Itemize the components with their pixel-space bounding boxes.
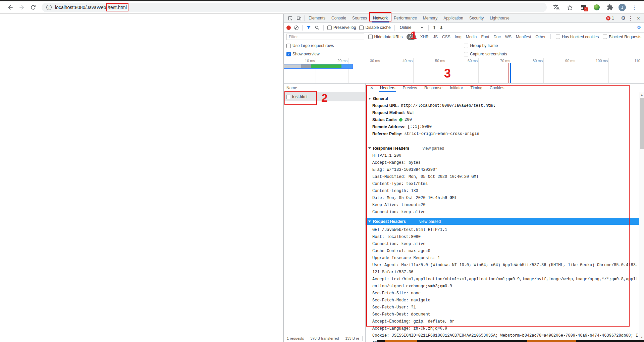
export-har-icon[interactable]: ⬇ <box>439 25 443 30</box>
console-error-badge[interactable]: ✕ 1 <box>606 16 614 20</box>
checkbox-icon <box>603 35 607 39</box>
resource-type-filter[interactable]: WS <box>505 35 512 39</box>
show-overview-checkbox[interactable]: Show overview <box>286 52 464 56</box>
throttling-dropdown[interactable]: Online 1 <box>398 25 425 30</box>
preserve-log-checkbox[interactable]: Preserve log <box>327 25 356 30</box>
resource-type-filter[interactable]: Manifest <box>516 35 531 39</box>
resource-type-filter[interactable]: JS <box>433 35 438 39</box>
blocked-requests-label: Blocked Requests <box>609 35 641 39</box>
devtools-settings-icon[interactable]: ⚙ <box>621 15 626 21</box>
idm-extension-icon[interactable] <box>592 3 602 12</box>
details-tab[interactable]: Initiator <box>446 84 467 92</box>
details-tab[interactable]: Preview <box>399 84 421 92</box>
raw-header-line: Content-Type: text/html <box>368 181 639 188</box>
forward-button[interactable] <box>16 3 28 12</box>
header-field-name: Referrer Policy: <box>372 132 402 136</box>
checkbox-icon <box>359 26 364 30</box>
raw-header-line: Keep-Alive: timeout=20 <box>368 202 639 209</box>
resource-type-filter[interactable]: Other <box>535 35 545 39</box>
has-blocked-cookies-checkbox[interactable]: Has blocked cookies <box>556 35 599 39</box>
response-headers-section-header[interactable]: Response Headers view parsed <box>368 145 639 152</box>
network-settings-gear-icon[interactable]: ⚙ <box>637 25 641 31</box>
page-info-icon[interactable]: i <box>46 5 52 10</box>
details-tab[interactable]: Timing <box>467 84 486 92</box>
response-headers-lines: HTTP/1.1 200Accept-Ranges: bytesETag: W/… <box>368 152 639 216</box>
general-section-header[interactable]: General <box>368 95 639 102</box>
throttling-value: Online <box>400 25 412 30</box>
browser-menu-icon[interactable]: ⋮ <box>629 3 639 12</box>
scroll-up-icon[interactable]: ▲ <box>639 92 644 97</box>
translate-icon[interactable] <box>551 3 561 12</box>
search-icon[interactable] <box>315 25 320 30</box>
general-fields: Request URL: http://localhost:8080/JavaW… <box>368 102 639 137</box>
disable-cache-label: Disable cache <box>365 25 390 30</box>
bookmark-star-icon[interactable] <box>565 3 575 12</box>
scroll-down-icon[interactable]: ▼ <box>639 335 644 340</box>
scrollbar-thumb[interactable] <box>640 98 644 149</box>
devtools-tab[interactable]: Memory <box>420 14 440 22</box>
checkbox-icon <box>327 26 332 30</box>
record-network-log-button[interactable] <box>286 26 291 30</box>
header-field-value: http://localhost:8080/JavaWeb/test.html <box>401 103 495 108</box>
divider <box>302 25 303 31</box>
network-overview-timeline[interactable]: 10 ms 20 ms 30 ms 40 ms 50 ms 60 ms 70 m… <box>284 58 644 84</box>
response-headers-title: Response Headers <box>373 146 409 151</box>
close-details-icon[interactable]: ✕ <box>367 84 376 92</box>
hide-data-urls-checkbox[interactable]: Hide data URLs <box>368 35 403 39</box>
import-har-icon[interactable]: ⬆ <box>432 25 436 30</box>
profile-avatar[interactable]: J <box>619 4 626 11</box>
devtools-tab[interactable]: Console <box>328 14 349 22</box>
resource-type-filter[interactable]: Font <box>481 35 489 39</box>
view-parsed-link[interactable]: view parsed <box>419 219 441 224</box>
timeline-tick-label: 110 <box>634 59 640 63</box>
devtools-tab-label: Elements <box>309 16 325 20</box>
extension-icon-with-badge[interactable]: 1 <box>578 3 588 12</box>
raw-header-line: ETag: W/"133-1601894420390" <box>368 166 639 174</box>
devtools-menu-icon[interactable]: ⋮ <box>628 15 633 21</box>
resource-type-filter[interactable]: Media <box>466 35 477 39</box>
view-parsed-link[interactable]: view parsed <box>423 146 444 151</box>
resource-type-filter[interactable]: XHR <box>420 35 429 39</box>
devtools-tab[interactable]: Performance <box>391 14 420 22</box>
divider <box>550 34 551 39</box>
use-large-request-rows-checkbox[interactable]: Use large request rows <box>286 43 464 48</box>
filter-input[interactable] <box>286 34 364 40</box>
details-scrollbar[interactable]: ▲ ▼ <box>639 92 644 342</box>
devtools-tab[interactable]: Sources <box>349 14 370 22</box>
address-bar[interactable]: i localhost:8080/JavaWeb/test.html <box>42 3 547 12</box>
devtools-tab[interactable]: Lighthouse <box>487 14 513 22</box>
triangle-down-icon <box>368 98 371 100</box>
waterfall-bar[interactable] <box>284 64 352 68</box>
blocked-requests-checkbox[interactable]: Blocked Requests <box>603 35 641 39</box>
back-button[interactable] <box>5 3 16 12</box>
details-tab[interactable]: Headers <box>376 84 399 92</box>
details-tab[interactable]: Cookies <box>486 84 508 92</box>
timeline-tick-label: 90 ms <box>565 59 575 63</box>
filter-funnel-icon[interactable] <box>306 25 311 30</box>
group-by-frame-checkbox[interactable]: Group by frame <box>464 43 641 48</box>
capture-screenshots-checkbox[interactable]: Capture screenshots <box>464 52 641 56</box>
header-field-value: 200 <box>405 117 412 122</box>
disable-cache-checkbox[interactable]: Disable cache <box>359 25 390 30</box>
devtools-tab[interactable]: Security <box>466 14 487 22</box>
raw-header-line: Accept-Ranges: bytes <box>368 159 639 166</box>
resource-type-filter[interactable]: CSS <box>442 35 450 39</box>
devtools-close-icon[interactable]: ✕ <box>636 16 641 21</box>
devtools-tab[interactable]: Application <box>440 14 466 22</box>
extensions-puzzle-icon[interactable] <box>605 3 615 12</box>
reload-button[interactable] <box>28 3 39 12</box>
details-tab[interactable]: Response <box>421 84 446 92</box>
resource-type-filter[interactable]: Doc <box>493 35 500 39</box>
annotation-box-url <box>106 3 128 11</box>
timeline-gridline: 110 <box>641 58 641 83</box>
inspect-element-icon[interactable] <box>286 14 294 22</box>
annotation-number-2: 2 <box>321 92 328 103</box>
devtools-tab-label: Application <box>443 16 463 20</box>
devtools-tab[interactable]: Elements <box>306 14 328 22</box>
clear-network-log-icon[interactable] <box>294 26 299 30</box>
device-toolbar-icon[interactable] <box>294 14 303 22</box>
request-headers-section-header[interactable]: Request Headers view parsed <box>366 218 639 225</box>
resource-type-filter[interactable]: Img <box>455 35 462 39</box>
timeline-gridline: 10 ms <box>316 58 316 83</box>
devtools-tab[interactable]: Network <box>370 14 391 22</box>
